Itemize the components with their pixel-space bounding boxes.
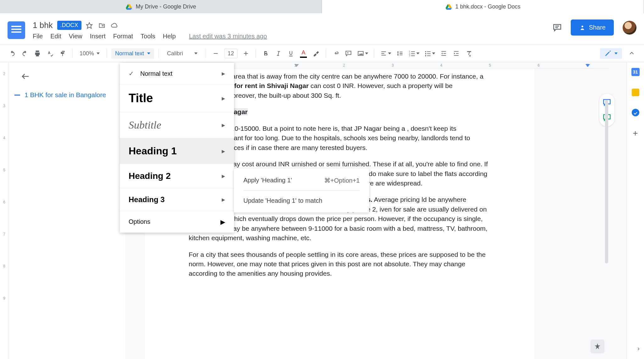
keyboard-shortcut: ⌘+Option+1 — [324, 177, 360, 184]
pencil-icon — [604, 50, 611, 57]
drive-icon — [445, 3, 452, 10]
outline-back-icon[interactable] — [21, 72, 30, 81]
menu-file[interactable]: File — [33, 33, 43, 40]
tasks-addon-icon[interactable] — [632, 109, 639, 116]
clear-formatting-button[interactable] — [464, 48, 474, 59]
svg-text:3: 3 — [409, 54, 410, 57]
vertical-ruler: 23456789 — [0, 62, 9, 359]
apply-heading1[interactable]: Apply 'Heading 1' ⌘+Option+1 — [234, 173, 369, 188]
menu-help[interactable]: Help — [163, 33, 176, 40]
bulleted-list-button[interactable] — [423, 48, 436, 59]
add-addon-icon[interactable]: + — [631, 129, 640, 138]
style-option-heading3[interactable]: Heading 3 ▶ — [120, 188, 234, 211]
undo-button[interactable] — [7, 48, 18, 59]
submenu-arrow-icon: ▶ — [222, 174, 225, 179]
outline-item-label: 1 BHK for sale in Bangalore — [25, 91, 106, 99]
outline-item[interactable]: 1 BHK for sale in Bangalore — [14, 91, 119, 99]
font-size-input[interactable]: 12 — [224, 49, 237, 58]
menu-tools[interactable]: Tools — [141, 33, 155, 40]
style-option-subtitle[interactable]: Subtitle ▶ — [120, 112, 234, 138]
update-heading1[interactable]: Update 'Heading 1' to match — [234, 193, 369, 208]
side-panel-expand-icon[interactable]: › — [637, 345, 640, 352]
link-button[interactable] — [330, 48, 341, 59]
heading1-submenu: Apply 'Heading 1' ⌘+Option+1 Update 'Hea… — [234, 168, 369, 213]
indent-right-icon[interactable] — [586, 64, 590, 67]
style-options[interactable]: Options ▶ — [120, 211, 234, 233]
toolbar: 100% Normal text Calibri 12 A 123 — [0, 45, 644, 62]
menu-insert[interactable]: Insert — [90, 33, 106, 40]
body-paragraph[interactable]: where around 10-15000. But a point to no… — [189, 124, 491, 152]
move-icon[interactable] — [98, 22, 105, 29]
body-paragraph[interactable]: for lease in an area that is away from t… — [189, 72, 491, 100]
print-button[interactable] — [32, 48, 43, 59]
italic-button[interactable] — [273, 48, 284, 59]
style-option-heading1[interactable]: Heading 1 ▶ — [120, 138, 234, 164]
redo-button[interactable] — [19, 48, 30, 59]
style-option-heading2[interactable]: Heading 2 ▶ — [120, 164, 234, 188]
indent-decrease-button[interactable] — [438, 48, 449, 59]
font-select[interactable]: Calibri — [163, 50, 201, 57]
indent-increase-button[interactable] — [451, 48, 462, 59]
share-button[interactable]: Share — [571, 19, 614, 36]
keep-addon-icon[interactable] — [632, 89, 639, 96]
svg-marker-6 — [86, 22, 92, 28]
text-color-button[interactable]: A — [298, 48, 309, 59]
menu-edit[interactable]: Edit — [50, 33, 61, 40]
account-avatar[interactable] — [623, 21, 636, 35]
caret-icon — [388, 52, 391, 54]
check-icon: ✓ — [129, 70, 134, 77]
menu-bar: File Edit View Insert Format Tools Help … — [33, 33, 267, 40]
menu-view[interactable]: View — [69, 33, 82, 40]
align-button[interactable] — [379, 48, 392, 59]
calendar-addon-icon[interactable]: 31 — [631, 68, 640, 76]
style-option-title[interactable]: Title ▶ — [120, 85, 234, 112]
app-bar: 1 bhk .DOCX File Edit View Insert Format… — [0, 13, 644, 45]
editing-mode-button[interactable] — [600, 48, 622, 59]
zoom-select[interactable]: 100% — [77, 50, 102, 57]
explore-icon — [594, 343, 601, 350]
star-icon[interactable] — [86, 22, 93, 29]
body-paragraph[interactable]: or rent in JP Nagar — [189, 107, 491, 117]
cloud-icon[interactable] — [111, 22, 118, 29]
docs-logo-icon[interactable] — [8, 21, 25, 39]
numbered-list-button[interactable]: 123 — [407, 48, 421, 59]
document-title[interactable]: 1 bhk — [33, 20, 53, 30]
submenu-label: Update 'Heading 1' to match — [243, 197, 322, 204]
browser-tab-drive[interactable]: My Drive - Google Drive — [0, 0, 322, 13]
comment-button[interactable] — [343, 48, 354, 59]
svg-rect-10 — [214, 53, 218, 54]
menu-format[interactable]: Format — [113, 33, 133, 40]
svg-marker-43 — [595, 343, 600, 349]
submenu-arrow-icon: ▶ — [222, 71, 225, 76]
browser-tab-label: 1 bhk.docx - Google Docs — [455, 3, 520, 10]
paint-format-button[interactable] — [57, 48, 68, 59]
caret-icon — [97, 52, 100, 54]
bold-button[interactable] — [260, 48, 271, 59]
font-size-decrease[interactable] — [210, 48, 221, 59]
browser-tab-docs[interactable]: 1 bhk.docx - Google Docs — [322, 0, 644, 13]
highlight-button[interactable] — [311, 48, 321, 59]
indent-left-icon[interactable] — [294, 64, 299, 67]
horizontal-ruler[interactable]: 1234567 — [250, 62, 609, 69]
comment-history-icon[interactable] — [552, 23, 562, 32]
line-spacing-button[interactable] — [394, 48, 405, 59]
svg-point-27 — [425, 53, 426, 54]
submenu-arrow-icon: ▶ — [222, 149, 225, 154]
last-edit-link[interactable]: Last edit was 3 minutes ago — [189, 33, 267, 40]
svg-point-26 — [425, 51, 426, 52]
browser-tab-label: My Drive - Google Drive — [136, 3, 196, 10]
explore-button[interactable] — [591, 340, 604, 353]
body-paragraph[interactable]: For a city that sees thousands of people… — [189, 250, 491, 279]
svg-point-28 — [425, 55, 426, 57]
font-size-control: 12 — [210, 48, 251, 59]
paragraph-style-select[interactable]: Normal text — [111, 48, 154, 59]
scrollbar[interactable] — [605, 100, 608, 263]
spellcheck-button[interactable] — [45, 48, 55, 59]
image-button[interactable] — [356, 48, 369, 59]
style-option-normal[interactable]: ✓Normal text ▶ — [120, 63, 234, 85]
svg-rect-12 — [246, 52, 246, 56]
font-size-increase[interactable] — [241, 48, 251, 59]
collapse-toolbar-button[interactable] — [626, 48, 637, 59]
underline-button[interactable] — [286, 48, 296, 59]
caret-icon — [416, 52, 419, 54]
